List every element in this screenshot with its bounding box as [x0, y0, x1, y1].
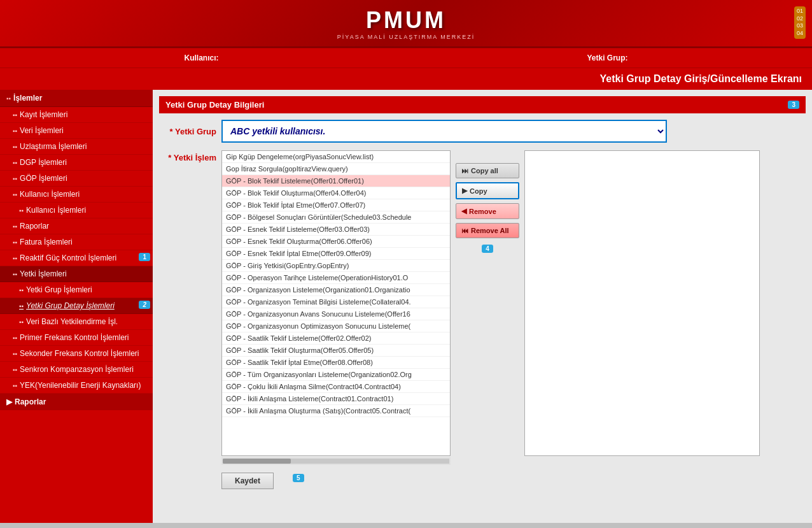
- bullet-icon: ▪▪: [13, 175, 17, 182]
- yetki-grup-label: * Yetki Grup: [159, 127, 216, 136]
- right-listbox[interactable]: [524, 150, 760, 456]
- sidebar-main-title: İşlemler: [13, 94, 42, 103]
- list-item[interactable]: GÖP - Blok Teklif Listeleme(Offer01.Offe…: [222, 175, 450, 187]
- middle-buttons: ⏭ Copy all ▶ Copy ◀ Remove ⏮ Remove All …: [456, 150, 519, 253]
- list-item[interactable]: GÖP - Esnek Teklif İptal Etme(Offer09.Of…: [222, 248, 450, 260]
- yetki-islem-label-container: * Yetki İşlem: [159, 150, 216, 162]
- list-item[interactable]: GÖP - Çoklu İkili Anlaşma Silme(Contract…: [222, 381, 450, 393]
- list-item[interactable]: GÖP - Saatlik Teklif Oluşturma(Offer05.O…: [222, 345, 450, 357]
- app-title: PMUM: [337, 7, 475, 34]
- sidebar-item-yetki-grup-detay[interactable]: ▪▪ Yetki Grup Detay İşlemleri 2: [0, 298, 153, 314]
- sidebar-item-kullanici-islemleri-sub[interactable]: ▪▪ Kullanıcı İşlemleri: [0, 203, 153, 218]
- copy-all-label: Copy all: [471, 167, 498, 175]
- list-item[interactable]: GÖP - Saatlik Teklif İptal Etme(Offer08.…: [222, 357, 450, 369]
- remove-label: Remove: [469, 208, 496, 215]
- sidebar-item-sekonder[interactable]: ▪▪ Sekonder Frekans Kontrol İşlemleri: [0, 346, 153, 362]
- sidebar-item-label: Yetki Grup Detay İşlemleri: [26, 301, 115, 310]
- sidebar-item-fatura[interactable]: ▪▪ Fatura İşlemleri: [0, 234, 153, 250]
- sidebar-item-label: YEK(Yenilenebilir Enerji Kaynakları): [20, 381, 141, 390]
- copy-all-button[interactable]: ⏭ Copy all: [456, 163, 519, 178]
- sidebar-item-label: Kullanıcı İşlemleri: [20, 190, 80, 199]
- corner-numbers: 01020304: [794, 6, 806, 39]
- callout-4: 4: [482, 245, 493, 253]
- remove-button[interactable]: ◀ Remove: [456, 203, 519, 219]
- list-item[interactable]: GÖP - Saatlik Teklif Listeleme(Offer02.O…: [222, 332, 450, 345]
- bullet-icon: ▪▪: [13, 255, 17, 262]
- scroll-hint: [221, 457, 451, 465]
- list-item[interactable]: Gop İtiraz Sorgula(gopItirazView.query): [222, 163, 450, 175]
- scroll-track: [223, 459, 449, 464]
- sidebar-item-label: Yetki Grup İşlemleri: [26, 285, 92, 294]
- list-item[interactable]: GÖP - Organizasyonun Optimizasyon Sonucu…: [222, 320, 450, 332]
- logo: PMUM PİYASA MALİ UZLAŞTIRMA MERKEZİ: [337, 7, 475, 40]
- list-item[interactable]: GÖP - Giriş Yetkisi(GopEntry.GopEntry): [222, 260, 450, 272]
- list-item[interactable]: GÖP - İkili Anlaşma Listeleme(Contract01…: [222, 393, 450, 405]
- scroll-thumb: [223, 459, 291, 464]
- sidebar-item-label: Veri Bazlı Yetkilendirme İşl.: [26, 317, 118, 326]
- sidebar-item-yetki-grup[interactable]: ▪▪ Yetki Grup İşlemleri: [0, 282, 153, 298]
- list-item[interactable]: GÖP - İkili Anlaşma Oluşturma (Satış)(Co…: [222, 405, 450, 417]
- sidebar-item-raporlar[interactable]: ▪▪ Raporlar: [0, 218, 153, 234]
- yetki-grup-select[interactable]: ABC yetkili kullanıcısı.: [221, 120, 667, 143]
- sidebar-item-senkron[interactable]: ▪▪ Senkron Kompanzasyon İşlemleri: [0, 362, 153, 378]
- section-header: Yetki Grup Detay Bilgileri 3: [159, 96, 806, 113]
- user-bar: Kullanıcı: Yetki Grup:: [0, 48, 812, 68]
- sidebar-item-kayit[interactable]: ▪▪ Kayıt İşlemleri: [0, 107, 153, 123]
- list-item[interactable]: GÖP - Tüm Organizasyonları Listeleme(Org…: [222, 369, 450, 381]
- main-layout: ▪▪ İşlemler ▪▪ Kayıt İşlemleri ▪▪ Veri İ…: [0, 90, 812, 523]
- sidebar-raporlar-section[interactable]: ▶ Raporlar: [0, 394, 153, 410]
- save-row: Kaydet 5: [159, 473, 806, 489]
- list-item[interactable]: GÖP - Blok Teklif İptal Etme(Offer07.Off…: [222, 199, 450, 211]
- bullet-icon: ▪▪: [13, 382, 17, 389]
- remove-all-button[interactable]: ⏮ Remove All: [456, 223, 519, 238]
- bullet-icon: ▪▪: [13, 366, 17, 373]
- sidebar-item-label: DGP İşlemleri: [20, 158, 67, 167]
- sidebar-item-label: Kullanıcı İşlemleri: [26, 206, 86, 215]
- sidebar-item-label: GÖP İşlemleri: [20, 174, 67, 183]
- sidebar-item-gop[interactable]: ▪▪ GÖP İşlemleri: [0, 171, 153, 187]
- raporlar-label: Raporlar: [15, 397, 46, 406]
- list-item[interactable]: GÖP - Bölgesel Sonuçları Görüntüler(Sche…: [222, 211, 450, 224]
- copy-button[interactable]: ▶ Copy: [456, 182, 519, 199]
- list-item[interactable]: GÖP - Organizasyon Teminat Bilgisi Liste…: [222, 296, 450, 308]
- bullet-icon: ▪▪: [13, 334, 17, 341]
- sidebar-item-yek[interactable]: ▪▪ YEK(Yenilenebilir Enerji Kaynakları): [0, 378, 153, 394]
- sidebar-item-veri-bazli[interactable]: ▪▪ Veri Bazlı Yetkilendirme İşl.: [0, 314, 153, 330]
- callout-5: 5: [293, 474, 304, 482]
- list-item[interactable]: GÖP - Esnek Teklif Oluşturma(Offer06.Off…: [222, 236, 450, 248]
- sidebar-item-label: Sekonder Frekans Kontrol İşlemleri: [20, 349, 139, 358]
- sidebar-item-label: Reaktif Güç Kontrol İşlemleri: [20, 253, 116, 262]
- dual-list-area: * Yetki İşlem Gip Kgüp Dengeleme(orgPiya…: [159, 150, 806, 456]
- left-listbox[interactable]: Gip Kgüp Dengeleme(orgPiyasaSonucView.li…: [221, 150, 451, 456]
- sidebar-item-label: Senkron Kompanzasyon İşlemleri: [20, 365, 134, 374]
- sidebar-item-dgp[interactable]: ▪▪ DGP İşlemleri: [0, 155, 153, 171]
- list-item[interactable]: GÖP - Esnek Teklif Listeleme(Offer03.Off…: [222, 224, 450, 236]
- list-item[interactable]: GÖP - Blok Teklif Oluşturma(Offer04.Offe…: [222, 187, 450, 199]
- bullet-icon: ▪▪: [13, 191, 17, 198]
- sidebar-item-uzlastirma[interactable]: ▪▪ Uzlaştırma İşlemleri: [0, 139, 153, 155]
- bullet-icon: ▪▪: [13, 143, 17, 150]
- page-title-bar: Yetki Grup Detay Giriş/Güncelleme Ekranı: [0, 68, 812, 90]
- list-item[interactable]: Gip Kgüp Dengeleme(orgPiyasaSonucView.li…: [222, 151, 450, 163]
- bullet-icon: ▪▪: [13, 350, 17, 357]
- save-button[interactable]: Kaydet: [221, 473, 274, 489]
- sidebar-item-primer[interactable]: ▪▪ Primer Frekans Kontrol İşlemleri: [0, 330, 153, 346]
- save-label: Kaydet: [235, 476, 260, 485]
- sidebar-item-veri[interactable]: ▪▪ Veri İşlemleri: [0, 123, 153, 139]
- bullet-icon: ▪▪: [13, 127, 17, 134]
- yetki-islem-label: * Yetki İşlem: [168, 150, 216, 162]
- corner-nums-text: 01020304: [797, 8, 803, 38]
- sidebar-item-label: Uzlaştırma İşlemleri: [20, 142, 87, 151]
- list-item[interactable]: GÖP - Operasyon Tarihçe Listeleme(Operat…: [222, 272, 450, 284]
- remove-all-icon: ⏮: [461, 227, 468, 234]
- remove-icon: ◀: [461, 207, 466, 215]
- list-item[interactable]: GÖP - Organizasyon Listeleme(Organizatio…: [222, 284, 450, 296]
- list-item[interactable]: GÖP - Organizasyonun Avans Sonucunu List…: [222, 308, 450, 320]
- scrollbar[interactable]: [221, 457, 451, 465]
- header: PMUM PİYASA MALİ UZLAŞTIRMA MERKEZİ 0102…: [0, 0, 812, 48]
- sidebar-item-yetki[interactable]: ▪▪ Yetki İşlemleri: [0, 266, 153, 282]
- sidebar-main-header: ▪▪ İşlemler: [0, 90, 153, 107]
- sidebar-item-kullanici-islemleri[interactable]: ▪▪ Kullanıcı İşlemleri: [0, 187, 153, 203]
- sidebar-item-reaktif[interactable]: ▪▪ Reaktif Güç Kontrol İşlemleri 1: [0, 250, 153, 266]
- app-subtitle: PİYASA MALİ UZLAŞTIRMA MERKEZİ: [337, 34, 475, 40]
